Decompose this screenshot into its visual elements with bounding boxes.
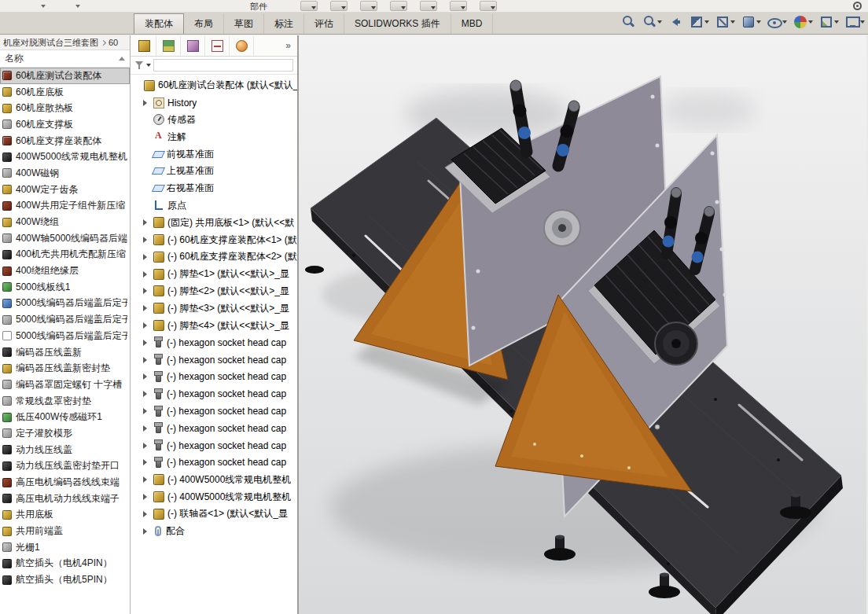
breadcrumb-path[interactable]: 机座对脱测试台三维套图 (3, 37, 98, 49)
list-item[interactable]: 60机座支撑座装配体 (0, 133, 130, 149)
headsup-button[interactable] (791, 14, 815, 30)
assembly-features-icon[interactable] (480, 1, 497, 11)
list-item[interactable]: 5000线编码器后端盖后定子 (0, 296, 130, 312)
tree-item[interactable]: 上视基准面 (131, 163, 297, 180)
list-item[interactable]: 高压电机动力线线束端子 (0, 491, 130, 507)
tree-item[interactable]: (-) 脚垫<4> (默认<<默认>_显 (131, 317, 297, 334)
tree-item[interactable]: (-) hexagon socket head cap (131, 334, 297, 351)
expand-arrow-icon[interactable] (143, 425, 150, 432)
tree-item[interactable]: 传感器 (131, 112, 297, 129)
ribbon-tab[interactable]: 评估 (304, 13, 344, 34)
move-component-icon[interactable] (420, 1, 437, 11)
headsup-button[interactable] (765, 14, 789, 30)
headsup-button[interactable] (713, 14, 737, 30)
headsup-button[interactable] (817, 14, 840, 30)
tree-item[interactable]: (-) hexagon socket head cap (131, 403, 297, 420)
expand-arrow-icon[interactable] (143, 459, 150, 465)
list-item[interactable]: 400绕组绝缘层 (0, 263, 130, 279)
filter-funnel-icon[interactable] (134, 61, 144, 70)
tree-item[interactable]: 配合 (131, 523, 297, 540)
assembly-3d-model[interactable] (299, 35, 866, 614)
insert-components-icon[interactable] (300, 1, 318, 11)
shaft-coupling[interactable] (544, 210, 580, 246)
list-item[interactable]: 低压400W传感磁环1 (0, 409, 130, 425)
tree-item[interactable]: (-) 脚垫<2> (默认<<默认>_显 (131, 283, 297, 300)
expand-arrow-icon[interactable] (143, 322, 150, 329)
tree-item[interactable]: (-) hexagon socket head cap (131, 351, 297, 369)
list-item[interactable]: 定子灌胶模形 (0, 425, 130, 442)
linear-component-pattern-icon[interactable] (360, 1, 377, 11)
panel-tab[interactable] (132, 36, 156, 56)
list-item[interactable]: 5000线编码器后端盖后定子 (0, 311, 130, 328)
breadcrumb[interactable]: 机座对脱测试台三维套图 60 (0, 35, 130, 50)
mate-icon[interactable] (330, 1, 348, 11)
smart-fasteners-icon[interactable] (390, 1, 407, 11)
list-item[interactable]: 400W轴5000线编码器后端 (0, 230, 130, 247)
graphics-area[interactable] (299, 35, 868, 614)
list-item[interactable]: 常规线盘罩密封垫 (0, 393, 130, 410)
tree-item[interactable]: History (131, 94, 297, 112)
list-item[interactable]: 5000线编码器后端盖后定子 (0, 328, 130, 344)
list-item[interactable]: 高压电机编码器线线束端 (0, 474, 130, 491)
gear-icon[interactable] (853, 2, 862, 10)
expand-arrow-icon[interactable] (143, 288, 150, 294)
list-item[interactable]: 60机座散热板 (0, 100, 130, 116)
list-item[interactable]: 动力线压线盖 (0, 442, 130, 458)
name-column-header[interactable]: 名称 (0, 50, 130, 68)
expand-arrow-icon[interactable] (143, 357, 150, 363)
expand-arrow-icon[interactable] (143, 476, 150, 483)
ribbon-tab[interactable]: 装配体 (134, 13, 184, 34)
expand-arrow-icon[interactable] (143, 443, 150, 449)
chevrons-right-icon[interactable] (281, 40, 296, 51)
expand-arrow-icon[interactable] (143, 528, 150, 535)
tree-item[interactable]: (-) hexagon socket head cap (131, 437, 297, 454)
tree-item[interactable]: 注解 (131, 128, 297, 145)
list-item[interactable]: 航空插头（电机5PIN） (0, 572, 130, 588)
headsup-button[interactable] (666, 14, 685, 30)
filter-input[interactable] (153, 59, 293, 72)
list-item[interactable]: 航空插头（电机4PIN） (0, 556, 130, 572)
expand-arrow-icon[interactable] (143, 494, 150, 500)
tree-item[interactable]: (-) hexagon socket head cap (131, 454, 297, 472)
headsup-button[interactable] (843, 14, 866, 30)
list-item[interactable]: 400W定子齿条 (0, 182, 130, 198)
tree-item[interactable]: (-) 脚垫<1> (默认<<默认>_显 (131, 266, 297, 283)
list-item[interactable]: 60机座测试台装配体 (0, 68, 130, 84)
quick-access-caret-icon[interactable] (75, 5, 80, 8)
expand-arrow-icon[interactable] (143, 305, 150, 311)
panel-tab[interactable] (156, 36, 181, 56)
list-item[interactable]: 共用前端盖 (0, 523, 130, 539)
tree-item[interactable]: 前视基准面 (131, 145, 297, 163)
list-item[interactable]: 编码器压线盖新 (0, 344, 130, 361)
tree-item[interactable]: (-) 400W5000线常规电机整机 (131, 471, 297, 488)
expand-arrow-icon[interactable] (143, 219, 150, 226)
tree-item[interactable]: 原点 (131, 197, 297, 215)
tree-item[interactable]: (-) 60机座支撑座装配体<2> (默 (131, 248, 297, 266)
quick-access-caret-icon[interactable] (41, 5, 46, 8)
expand-arrow-icon[interactable] (143, 100, 150, 106)
headsup-button[interactable] (619, 14, 638, 30)
expand-arrow-icon[interactable] (143, 340, 150, 346)
list-item[interactable]: 5000线板线1 (0, 279, 130, 296)
panel-tab[interactable] (181, 36, 205, 56)
list-item[interactable]: 400机壳共用机壳配新压缩 (0, 247, 130, 263)
list-item[interactable]: 400W绕组 (0, 214, 130, 230)
ribbon-tab[interactable]: 草图 (224, 13, 264, 34)
tree-item[interactable]: (-) 60机座支撑座装配体<1> (默 (131, 231, 297, 248)
headsup-button[interactable] (640, 14, 664, 30)
tree-item[interactable]: 60机座测试台装配体 (默认<默认_ (131, 77, 297, 94)
ribbon-tab[interactable]: 标注 (264, 13, 304, 34)
expand-arrow-icon[interactable] (143, 237, 150, 243)
expand-arrow-icon[interactable] (143, 408, 150, 414)
tree-item[interactable]: (-) hexagon socket head cap (131, 369, 297, 386)
panel-tab[interactable] (230, 36, 254, 56)
ribbon-tab[interactable]: 布局 (184, 13, 224, 34)
tree-item[interactable]: (-) hexagon socket head cap (131, 420, 297, 437)
list-item[interactable]: 光栅1 (0, 539, 130, 556)
headsup-button[interactable] (739, 14, 763, 30)
list-item[interactable]: 共用底板 (0, 507, 130, 524)
ribbon-tab[interactable]: MBD (451, 13, 494, 34)
expand-arrow-icon[interactable] (143, 271, 150, 278)
list-item[interactable]: 编码器压线盖新密封垫 (0, 360, 130, 377)
tree-item[interactable]: 右视基准面 (131, 180, 297, 197)
